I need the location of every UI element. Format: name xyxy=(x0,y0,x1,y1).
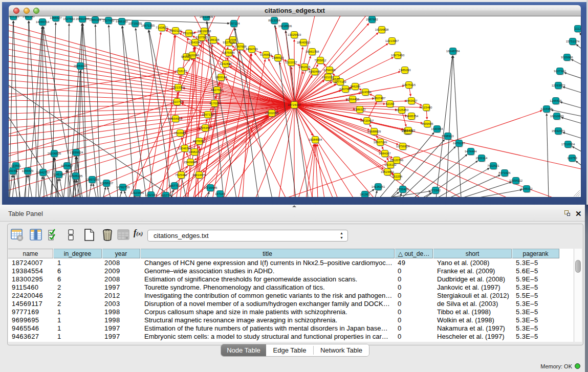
svg-text:9146821: 9146821 xyxy=(260,53,272,56)
svg-text:17359924: 17359924 xyxy=(70,151,83,154)
svg-text:9777169: 9777169 xyxy=(334,80,346,83)
svg-text:7625402: 7625402 xyxy=(175,173,187,177)
svg-text:7163822: 7163822 xyxy=(156,26,168,29)
svg-text:1065328: 1065328 xyxy=(9,16,19,18)
svg-text:1916685: 1916685 xyxy=(174,132,186,135)
svg-text:12213309: 12213309 xyxy=(171,86,185,89)
svg-text:12353594: 12353594 xyxy=(199,126,212,129)
svg-text:20891406: 20891406 xyxy=(76,17,90,20)
svg-text:152254: 152254 xyxy=(392,175,403,178)
svg-text:9327505: 9327505 xyxy=(195,36,208,39)
svg-text:26206536: 26206536 xyxy=(48,152,61,155)
svg-text:9084067: 9084067 xyxy=(379,152,391,155)
svg-text:8427552: 8427552 xyxy=(211,89,223,92)
svg-text:10719155: 10719155 xyxy=(128,22,142,25)
svg-text:8878352: 8878352 xyxy=(193,140,205,143)
svg-text:14136141: 14136141 xyxy=(372,185,385,188)
svg-text:1498222: 1498222 xyxy=(188,150,201,154)
svg-text:10958107: 10958107 xyxy=(100,182,114,185)
svg-text:16154838: 16154838 xyxy=(375,28,389,31)
svg-text:2367608: 2367608 xyxy=(234,45,247,48)
svg-text:16914479: 16914479 xyxy=(192,173,206,177)
svg-text:1065527: 1065527 xyxy=(50,16,62,19)
svg-text:1527602: 1527602 xyxy=(63,17,75,20)
svg-text:1244415: 1244415 xyxy=(550,99,562,102)
svg-text:8454749: 8454749 xyxy=(246,48,258,51)
svg-text:10807487: 10807487 xyxy=(372,97,386,100)
svg-text:19654923: 19654923 xyxy=(402,129,416,132)
svg-text:1362615: 1362615 xyxy=(298,65,311,69)
svg-text:3624554: 3624554 xyxy=(359,91,372,94)
svg-text:12975115: 12975115 xyxy=(402,83,416,86)
svg-text:6466160: 6466160 xyxy=(116,20,128,23)
svg-text:18640910: 18640910 xyxy=(297,41,311,44)
svg-text:18724007: 18724007 xyxy=(288,103,301,106)
svg-text:15692971: 15692971 xyxy=(552,129,565,133)
svg-text:19384554: 19384554 xyxy=(309,138,322,141)
svg-text:15720407: 15720407 xyxy=(360,119,374,122)
svg-text:12942757: 12942757 xyxy=(36,171,50,174)
svg-text:1546: 1546 xyxy=(229,38,236,41)
svg-text:7357224: 7357224 xyxy=(228,22,240,25)
svg-text:965777: 965777 xyxy=(161,194,171,197)
svg-text:10973493: 10973493 xyxy=(391,54,405,57)
svg-text:17957255: 17957255 xyxy=(85,178,99,181)
svg-text:9245012: 9245012 xyxy=(520,187,533,190)
svg-text:8990448: 8990448 xyxy=(309,70,321,73)
svg-text:16120746: 16120746 xyxy=(390,159,404,162)
svg-text:19218506: 19218506 xyxy=(278,25,292,28)
svg-text:16210643: 16210643 xyxy=(550,115,564,118)
svg-text:19495754: 19495754 xyxy=(405,115,419,118)
svg-text:1112: 1112 xyxy=(575,27,581,30)
svg-text:10688609: 10688609 xyxy=(367,130,381,133)
svg-text:5875685: 5875685 xyxy=(223,51,235,54)
svg-text:6794028: 6794028 xyxy=(323,69,336,72)
svg-text:2933114: 2933114 xyxy=(476,157,488,160)
svg-text:10025453: 10025453 xyxy=(395,108,409,112)
svg-text:8813054: 8813054 xyxy=(268,19,280,22)
svg-text:116753: 116753 xyxy=(567,157,577,160)
svg-text:1527602: 1527602 xyxy=(102,19,115,22)
svg-text:3215958: 3215958 xyxy=(540,107,553,111)
svg-text:157164: 157164 xyxy=(215,192,226,195)
svg-text:746266: 746266 xyxy=(350,85,361,88)
svg-text:9115460: 9115460 xyxy=(421,106,433,109)
svg-text:16033809: 16033809 xyxy=(200,16,213,18)
svg-text:12323446: 12323446 xyxy=(130,191,144,194)
svg-text:18654962: 18654962 xyxy=(169,117,183,120)
svg-text:23226058: 23226058 xyxy=(198,30,211,33)
svg-text:12093873: 12093873 xyxy=(552,84,565,87)
svg-text:2803144: 2803144 xyxy=(215,76,227,79)
svg-text:9657771: 9657771 xyxy=(168,184,181,187)
svg-text:15409948: 15409948 xyxy=(184,161,198,164)
svg-text:18607249: 18607249 xyxy=(374,141,387,144)
svg-text:21364436: 21364436 xyxy=(346,98,360,101)
svg-text:173342: 173342 xyxy=(430,189,441,192)
svg-text:417006: 417006 xyxy=(209,102,220,105)
svg-text:1610755: 1610755 xyxy=(171,100,183,103)
svg-text:13325419: 13325419 xyxy=(288,33,301,36)
svg-text:16782759: 16782759 xyxy=(116,186,130,189)
svg-text:8938913: 8938913 xyxy=(442,135,454,138)
svg-text:1145194: 1145194 xyxy=(53,173,66,176)
svg-text:7986322: 7986322 xyxy=(354,108,366,111)
svg-text:2087682: 2087682 xyxy=(366,18,378,21)
svg-text:10543342: 10543342 xyxy=(188,41,202,44)
svg-text:15751074: 15751074 xyxy=(566,40,580,43)
svg-text:2718170: 2718170 xyxy=(175,70,187,73)
svg-text:1588520: 1588520 xyxy=(272,56,284,59)
svg-text:2089140: 2089140 xyxy=(23,16,35,18)
svg-text:1292344: 1292344 xyxy=(145,193,157,196)
svg-text:15716485: 15716485 xyxy=(204,186,217,189)
svg-text:7485093: 7485093 xyxy=(399,69,411,72)
svg-text:7632621: 7632621 xyxy=(487,164,499,167)
svg-text:16671355: 16671355 xyxy=(141,24,155,27)
svg-text:6479197: 6479197 xyxy=(453,142,465,145)
svg-text:10046746: 10046746 xyxy=(178,147,192,150)
svg-text:1615132: 1615132 xyxy=(384,163,397,166)
svg-text:19524851: 19524851 xyxy=(381,170,395,173)
svg-text:8186328: 8186328 xyxy=(207,38,220,41)
svg-text:9463627: 9463627 xyxy=(405,99,418,102)
svg-text:26053346: 26053346 xyxy=(74,64,88,68)
svg-text:1733426: 1733426 xyxy=(397,188,409,191)
